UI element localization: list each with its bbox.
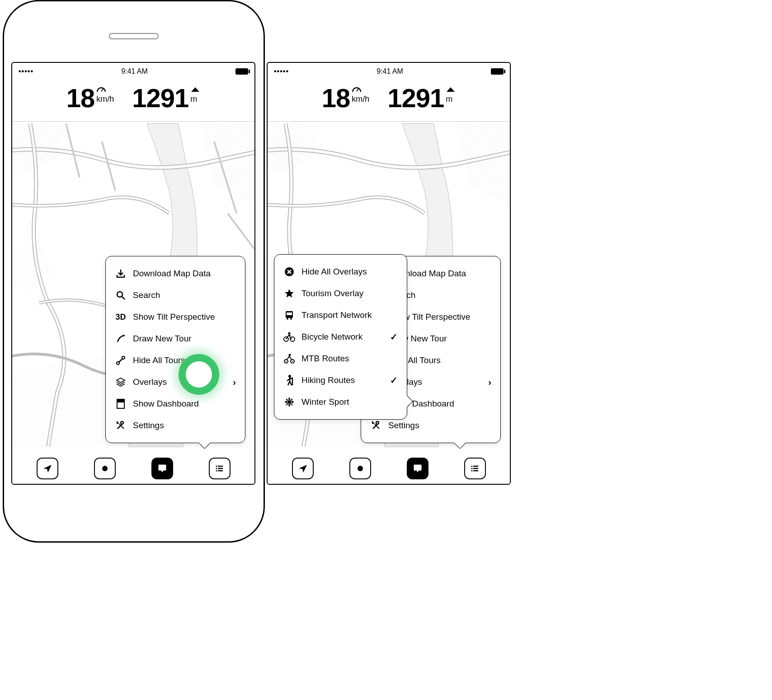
altitude-unit: m (446, 95, 452, 104)
menu-tilt-perspective[interactable]: 3D Show Tilt Perspective (114, 306, 237, 328)
main-popup-menu: Download Map Data Search 3D Show Tilt Pe… (105, 256, 245, 443)
menu-search[interactable]: Search (114, 284, 237, 306)
speed-value: 18 (322, 83, 350, 113)
menu-label: Transport Network (301, 310, 398, 320)
layers-icon (115, 376, 127, 388)
status-bar: ••••• 9:41 AM (12, 63, 254, 80)
overlay-winter[interactable]: Winter Sport (282, 391, 399, 413)
altitude-unit: m (190, 95, 197, 104)
metrics-bar: 18 km/h 1291 m (268, 80, 510, 122)
draw-icon (115, 333, 127, 345)
overlay-bicycle[interactable]: Bicycle Network ✓ (282, 326, 399, 348)
signal-dots-icon: ••••• (19, 67, 33, 76)
altitude-value: 1291 (387, 83, 444, 113)
list-button[interactable] (209, 458, 231, 479)
list-button[interactable] (464, 458, 486, 479)
mountain-icon (190, 86, 200, 95)
map-canvas[interactable]: Download Map Data Search 3D Show Tilt Pe… (268, 122, 510, 449)
search-icon (115, 289, 127, 301)
overlay-mtb[interactable]: MTB Routes (282, 348, 399, 369)
menu-label: Show Tilt Perspective (133, 312, 236, 322)
snowflake-icon (283, 396, 295, 408)
bottom-toolbar (12, 452, 254, 484)
altitude-metric: 1291 m (387, 83, 456, 113)
speed-value: 18 (66, 83, 95, 113)
battery-icon (235, 68, 248, 75)
menu-draw-tour[interactable]: Draw New Tour (114, 328, 237, 350)
status-time: 9:41 AM (121, 67, 148, 76)
tools-icon (370, 420, 382, 431)
signal-dots-icon: ••••• (274, 67, 289, 76)
bus-icon (283, 309, 295, 321)
gauge-icon (352, 86, 362, 95)
record-button[interactable] (349, 458, 371, 479)
dashboard-icon (115, 398, 127, 410)
menu-label: Settings (388, 421, 491, 430)
overlay-hiking[interactable]: Hiking Routes ✓ (282, 369, 399, 391)
overlays-submenu: Hide All Overlays Tourism Overlay Transp… (274, 254, 407, 420)
svg-point-16 (216, 470, 217, 471)
menu-label: Show Dashboard (133, 399, 236, 409)
menu-hide-tours[interactable]: Hide All Tours (114, 350, 237, 371)
menu-label: Overlays (133, 377, 226, 387)
hiker-icon (283, 374, 295, 386)
svg-point-14 (216, 465, 217, 467)
speed-unit: km/h (96, 95, 114, 104)
svg-point-33 (288, 332, 291, 335)
menu-download-map-data[interactable]: Download Map Data (114, 263, 237, 284)
menu-label: Draw New Tour (133, 334, 236, 344)
menu-label: Search (133, 290, 236, 300)
menu-label: Hiking Routes (301, 375, 384, 385)
check-icon: ✓ (390, 331, 398, 342)
chevron-right-icon: › (488, 377, 491, 388)
svg-point-48 (471, 465, 472, 467)
menu-button[interactable] (151, 458, 173, 479)
svg-point-3 (117, 292, 122, 297)
altitude-metric: 1291 m (132, 83, 200, 113)
screen-right: ••••• 9:41 AM 18 km/h 1291 m (267, 62, 511, 485)
mountain-icon (446, 86, 456, 95)
screen-left: ••••• 9:41 AM 18 km/h 1291 m (11, 62, 255, 485)
speed-metric: 18 km/h (322, 83, 370, 113)
overlay-hide-all[interactable]: Hide All Overlays (282, 261, 399, 283)
menu-label: Winter Sport (301, 397, 398, 407)
overlay-tourism[interactable]: Tourism Overlay (282, 283, 399, 304)
svg-point-29 (287, 318, 288, 320)
svg-point-44 (358, 466, 363, 471)
svg-line-4 (122, 297, 125, 299)
menu-button[interactable] (407, 458, 428, 479)
svg-point-10 (102, 466, 108, 471)
svg-rect-28 (287, 312, 292, 315)
overlay-transport[interactable]: Transport Network (282, 304, 399, 326)
svg-point-38 (289, 354, 291, 356)
route-icon (115, 355, 127, 366)
check-icon: ✓ (390, 375, 398, 386)
menu-label: Hide All Overlays (301, 267, 398, 277)
status-bar: ••••• 9:41 AM (268, 63, 510, 80)
svg-point-36 (286, 361, 287, 362)
menu-label: Hide All Tours (133, 355, 236, 365)
menu-label: Tourism Overlay (301, 289, 398, 298)
svg-line-0 (101, 88, 104, 91)
locate-button[interactable] (292, 458, 314, 479)
menu-overlays[interactable]: Overlays › (114, 371, 237, 393)
svg-point-37 (292, 361, 293, 362)
bicycle-icon (283, 331, 295, 343)
menu-show-dashboard[interactable]: Show Dashboard (114, 393, 237, 415)
speed-unit: km/h (352, 95, 369, 104)
svg-point-50 (471, 470, 472, 471)
locate-button[interactable] (37, 458, 58, 479)
status-time: 9:41 AM (377, 67, 403, 76)
chevron-right-icon: › (233, 377, 236, 388)
star-icon (283, 288, 295, 299)
record-button[interactable] (94, 458, 116, 479)
menu-label: Bicycle Network (301, 332, 384, 342)
svg-point-49 (471, 468, 472, 469)
map-canvas[interactable]: Download Map Data Search 3D Show Tilt Pe… (12, 122, 254, 449)
menu-settings[interactable]: Settings (114, 415, 237, 436)
svg-line-17 (357, 88, 359, 91)
speed-metric: 18 km/h (66, 83, 114, 113)
menu-label: MTB Routes (301, 354, 398, 364)
tools-icon (115, 420, 127, 431)
menu-label: Settings (133, 421, 236, 430)
